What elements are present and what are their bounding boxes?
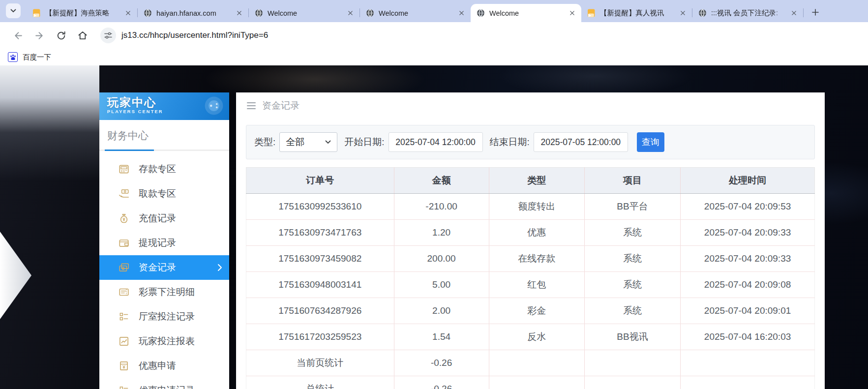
column-header: 金额 <box>394 168 489 194</box>
table-row: 17516076342879262.00彩金系统2025-07-04 20:09… <box>246 298 815 324</box>
column-header: 订单号 <box>246 168 394 194</box>
chat-favicon-icon <box>32 9 41 17</box>
tab-close-button[interactable] <box>346 9 355 17</box>
tab-close-button[interactable] <box>679 9 687 17</box>
sidebar-item-chart[interactable]: 玩家投注报表 <box>99 329 229 354</box>
url-text[interactable]: js13.cc/hhcp/usercenter.html?iniType=6 <box>121 30 268 40</box>
table-cell: 2025-07-04 20:09:33 <box>681 220 815 246</box>
tab-close-button[interactable] <box>235 9 243 17</box>
table-cell <box>584 376 680 389</box>
table-cell: 1.54 <box>394 324 489 350</box>
table-body: 1751630992533610-210.00额度转出BB平台2025-07-0… <box>246 194 815 389</box>
ticket-icon <box>118 286 130 298</box>
tab-close-button[interactable] <box>568 9 576 17</box>
page-content: 玩家中心 PLAYERS CENTER 财务中心 存款专区 取款专区 充值记录 … <box>0 65 868 389</box>
browser-tab[interactable]: :::视讯 会员下注纪录: <box>692 4 803 22</box>
close-icon <box>237 10 242 16</box>
table-cell: -0.26 <box>394 376 489 389</box>
tab-close-button[interactable] <box>124 9 132 17</box>
sidebar-item-label: 优惠申请 <box>139 359 176 372</box>
sidebar-item-bag[interactable]: 充值记录 <box>99 206 229 231</box>
table-cell: 1751630973471763 <box>246 220 394 246</box>
sidebar-item-label: 存款专区 <box>139 163 176 176</box>
query-button[interactable]: 查询 <box>637 132 664 152</box>
bookmark-baidu[interactable]: 百度一下 <box>23 53 51 62</box>
tab-close-button[interactable] <box>457 9 466 17</box>
globe-favicon-icon <box>366 9 374 17</box>
browser-tab[interactable]: haiyan.hfanax.com <box>138 4 248 22</box>
forward-arrow-icon <box>34 30 45 41</box>
sidebar-item-withdraw[interactable]: 取款专区 <box>99 181 229 206</box>
chat-favicon-icon <box>587 9 596 17</box>
panel-header: 资金记录 <box>246 92 815 119</box>
wallet-icon <box>118 237 130 249</box>
withdraw-icon <box>118 188 130 200</box>
forward-button[interactable] <box>29 25 50 46</box>
tab-title: Welcome <box>268 9 342 17</box>
table-row: 17516309734717631.20优惠系统2025-07-04 20:09… <box>246 220 815 246</box>
sidebar-item-cards-active[interactable]: 资金记录 <box>99 255 229 280</box>
table-cell: 2025-07-04 16:20:03 <box>681 324 815 350</box>
table-cell: BB平台 <box>584 194 680 220</box>
globe-favicon-icon <box>477 9 485 17</box>
browser-tab[interactable]: Welcome <box>249 4 359 22</box>
section-underline <box>99 150 229 151</box>
chevron-down-icon <box>325 140 331 144</box>
end-date-input[interactable] <box>534 132 628 152</box>
table-cell: 1751630973459082 <box>246 246 394 272</box>
back-button[interactable] <box>7 25 29 46</box>
close-icon <box>569 10 575 16</box>
sidebar-item-label: 彩票下注明细 <box>139 286 195 299</box>
table-cell: 1751617203259523 <box>246 324 394 350</box>
address-bar[interactable]: js13.cc/hhcp/usercenter.html?iniType=6 <box>100 28 268 43</box>
sidebar-item-listbox[interactable]: 厅室投注记录 <box>99 304 229 329</box>
tabs-host: 【新提醒】海燕策略 haiyan.hfanax.com Welcome Welc… <box>27 4 803 22</box>
table-row: 总统计-0.26 <box>246 376 815 389</box>
table-cell: 2025-07-04 20:09:33 <box>681 246 815 272</box>
table-cell: -0.26 <box>394 350 489 376</box>
table-cell: 优惠 <box>489 220 584 246</box>
browser-tab[interactable]: 【新提醒】海燕策略 <box>27 4 137 22</box>
tab-close-button[interactable] <box>790 9 798 17</box>
sidebar-item-label: 优惠申请记录 <box>139 384 195 389</box>
globe-favicon-icon <box>144 9 152 17</box>
table-cell: 系统 <box>584 220 680 246</box>
tab-strip: 【新提醒】海燕策略 haiyan.hfanax.com Welcome Welc… <box>0 0 868 22</box>
column-header: 项目 <box>584 168 680 194</box>
close-icon <box>680 10 686 16</box>
browser-tab[interactable]: 【新提醒】真人视讯 <box>581 4 692 22</box>
sidebar-item-coupon[interactable]: 优惠申请 <box>99 354 229 378</box>
end-date-label: 结束日期: <box>490 136 530 149</box>
tab-title: 【新提醒】真人视讯 <box>600 8 674 18</box>
start-date-input[interactable] <box>389 132 483 152</box>
table-cell: 彩金 <box>489 298 584 324</box>
home-button[interactable] <box>72 25 93 46</box>
sidebar-item-listbox[interactable]: 优惠申请记录 <box>99 378 229 389</box>
new-tab-button[interactable] <box>808 5 822 19</box>
listbox-icon <box>118 385 130 389</box>
browser-tab[interactable]: Welcome <box>360 4 471 22</box>
reload-button[interactable] <box>50 25 72 46</box>
table-cell: 1.20 <box>394 220 489 246</box>
table-cell: 反水 <box>489 324 584 350</box>
chart-icon <box>118 335 130 347</box>
reload-icon <box>56 30 66 41</box>
browser-tab-active[interactable]: Welcome <box>471 4 581 22</box>
sidebar-item-label: 充值记录 <box>139 212 176 225</box>
baidu-favicon-icon <box>8 52 18 62</box>
type-select[interactable]: 全部 <box>279 132 337 152</box>
table-cell: 系统 <box>584 298 680 324</box>
site-info-button[interactable] <box>100 28 116 43</box>
table-cell: 系统 <box>584 272 680 298</box>
table-cell: 2025-07-04 20:09:08 <box>681 272 815 298</box>
sidebar-item-wallet[interactable]: 提现记录 <box>99 231 229 255</box>
tab-title: Welcome <box>379 9 453 17</box>
close-icon <box>125 10 131 16</box>
cards-icon <box>118 262 130 273</box>
background-triangle <box>0 232 31 319</box>
tab-search-button[interactable] <box>6 3 21 18</box>
sidebar-item-ticket[interactable]: 彩票下注明细 <box>99 280 229 304</box>
main-panel: 资金记录 类型: 全部 开始日期: 结束日期: 查询 <box>236 92 825 389</box>
sidebar-item-deposit[interactable]: 存款专区 <box>99 157 229 181</box>
column-header: 处理时间 <box>681 168 815 194</box>
